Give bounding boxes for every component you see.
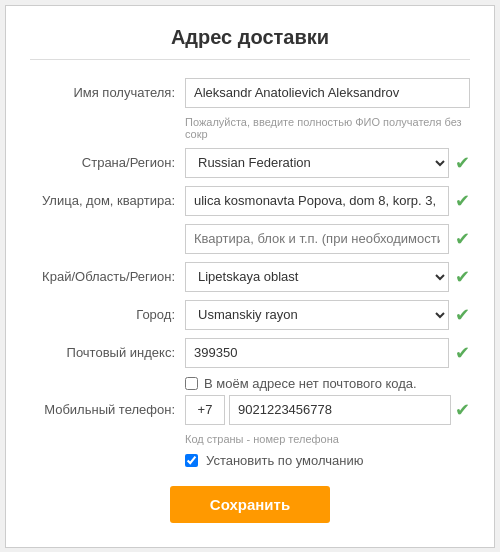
apartment-control: ✔	[185, 224, 470, 254]
save-button[interactable]: Сохранить	[170, 486, 330, 523]
region-check-icon: ✔	[455, 266, 470, 288]
postal-input[interactable]	[185, 338, 449, 368]
no-postal-row: В моём адресе нет почтового кода.	[185, 376, 470, 391]
country-control: Russian Federation ✔	[185, 148, 470, 178]
phone-check-icon: ✔	[455, 399, 470, 421]
apartment-input[interactable]	[185, 224, 449, 254]
phone-prefix-input[interactable]	[185, 395, 225, 425]
country-label: Страна/Регион:	[30, 155, 185, 170]
no-postal-label: В моём адресе нет почтового кода.	[204, 376, 417, 391]
phone-hint: Код страны - номер телефона	[185, 433, 470, 445]
region-row: Край/Область/Регион: Lipetskaya oblast ✔	[30, 262, 470, 292]
city-select[interactable]: Usmanskiy rayon	[185, 300, 449, 330]
street-input[interactable]	[185, 186, 449, 216]
apartment-row: ✔	[30, 224, 470, 254]
delivery-address-dialog: Адрес доставки Имя получателя: Пожалуйст…	[5, 5, 495, 548]
country-row: Страна/Регион: Russian Federation ✔	[30, 148, 470, 178]
city-control: Usmanskiy rayon ✔	[185, 300, 470, 330]
region-control: Lipetskaya oblast ✔	[185, 262, 470, 292]
country-check-icon: ✔	[455, 152, 470, 174]
default-row: Установить по умолчанию	[185, 453, 470, 468]
street-row: Улица, дом, квартира: ✔	[30, 186, 470, 216]
recipient-hint: Пожалуйста, введите полностью ФИО получа…	[185, 116, 470, 140]
default-checkbox[interactable]	[185, 454, 198, 467]
phone-number-input[interactable]	[229, 395, 451, 425]
street-control: ✔	[185, 186, 470, 216]
no-postal-checkbox[interactable]	[185, 377, 198, 390]
dialog-title: Адрес доставки	[30, 26, 470, 60]
phone-label: Мобильный телефон:	[30, 402, 185, 417]
recipient-input[interactable]	[185, 78, 470, 108]
postal-label: Почтовый индекс:	[30, 345, 185, 360]
city-row: Город: Usmanskiy rayon ✔	[30, 300, 470, 330]
street-check-icon: ✔	[455, 190, 470, 212]
city-label: Город:	[30, 307, 185, 322]
apartment-check-icon: ✔	[455, 228, 470, 250]
phone-row: Мобильный телефон: ✔	[30, 395, 470, 425]
city-check-icon: ✔	[455, 304, 470, 326]
phone-control: ✔	[185, 395, 470, 425]
save-button-row: Сохранить	[30, 486, 470, 523]
postal-row: Почтовый индекс: ✔	[30, 338, 470, 368]
default-label: Установить по умолчанию	[206, 453, 363, 468]
street-label: Улица, дом, квартира:	[30, 193, 185, 208]
recipient-control	[185, 78, 470, 108]
recipient-row: Имя получателя:	[30, 78, 470, 108]
recipient-label: Имя получателя:	[30, 85, 185, 100]
region-select[interactable]: Lipetskaya oblast	[185, 262, 449, 292]
postal-check-icon: ✔	[455, 342, 470, 364]
postal-control: ✔	[185, 338, 470, 368]
region-label: Край/Область/Регион:	[30, 269, 185, 284]
country-select[interactable]: Russian Federation	[185, 148, 449, 178]
